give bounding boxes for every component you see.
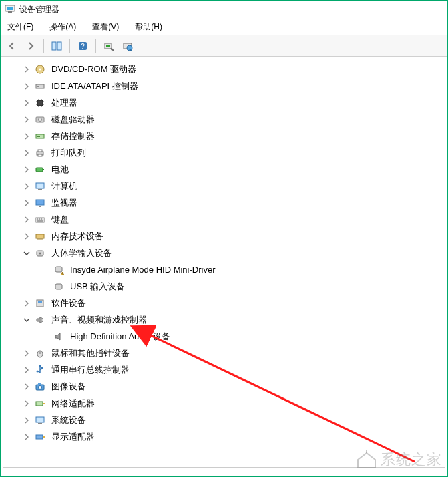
properties-button[interactable] [119, 38, 136, 54]
expand-arrow-icon[interactable] [22, 382, 31, 391]
expand-arrow-icon[interactable] [22, 416, 31, 425]
svg-text:!: ! [62, 271, 63, 275]
nav-back-button[interactable] [3, 38, 21, 54]
tree-item-disk[interactable]: 磁盘驱动器 [17, 111, 447, 128]
tree-label: 磁盘驱动器 [50, 114, 95, 126]
expand-arrow-icon[interactable] [22, 299, 31, 308]
tree-item-sound[interactable]: 声音、视频和游戏控制器 [17, 311, 447, 328]
expand-arrow-icon[interactable] [22, 82, 31, 91]
svg-rect-47 [43, 403, 45, 404]
tree-label: 鼠标和其他指针设备 [50, 347, 130, 359]
help-button[interactable]: ? [74, 38, 91, 54]
system-device-icon [34, 414, 46, 426]
svg-rect-22 [38, 154, 42, 156]
tree-item-memorytech[interactable]: 内存技术设备 [17, 228, 447, 245]
expand-arrow-icon[interactable] [22, 198, 31, 208]
menu-view[interactable]: 查看(V) [88, 19, 123, 35]
tree-item-monitor[interactable]: 监视器 [17, 194, 447, 211]
nav-forward-button[interactable] [22, 38, 39, 54]
svg-rect-8 [106, 45, 110, 47]
svg-rect-21 [38, 150, 42, 152]
svg-rect-27 [36, 200, 44, 205]
svg-rect-15 [37, 100, 43, 106]
svg-rect-37 [37, 300, 43, 307]
svg-rect-2 [8, 11, 12, 13]
svg-rect-28 [39, 206, 41, 207]
disk-drive-icon [34, 114, 46, 126]
tree-label: 存储控制器 [50, 130, 95, 142]
expand-arrow-icon[interactable] [22, 148, 31, 158]
toolbar-separator [69, 39, 70, 53]
svg-rect-45 [38, 383, 41, 385]
svg-rect-49 [38, 423, 42, 424]
tree-item-network[interactable]: 网络适配器 [17, 395, 447, 412]
expand-arrow-icon[interactable] [22, 132, 31, 141]
tree-item-printq[interactable]: 打印队列 [17, 144, 447, 161]
tree-label: 通用串行总线控制器 [50, 364, 130, 376]
svg-rect-33 [55, 267, 62, 272]
svg-text:?: ? [81, 43, 85, 50]
expand-arrow-icon[interactable] [22, 182, 31, 191]
svg-point-42 [37, 370, 39, 372]
tree-item-hid[interactable]: 人体学输入设备 [17, 245, 447, 261]
svg-point-17 [39, 118, 42, 121]
tree-item-sound-hda[interactable]: · High Definition Audio 设备 [17, 328, 447, 345]
tree-label: 网络适配器 [50, 398, 95, 410]
svg-rect-29 [35, 218, 45, 222]
battery-icon [34, 164, 46, 176]
memory-icon [34, 230, 46, 243]
scan-hardware-button[interactable] [100, 38, 118, 54]
tree-item-software[interactable]: 软件设备 [17, 295, 447, 311]
expand-arrow-icon[interactable] [22, 215, 31, 224]
expand-arrow-icon[interactable] [22, 399, 31, 408]
expand-arrow-icon[interactable] [22, 115, 31, 124]
device-manager-icon [5, 3, 15, 16]
menu-help[interactable]: 帮助(H) [131, 19, 166, 35]
tree-item-keyboard[interactable]: 键盘 [17, 211, 447, 228]
tree-item-display[interactable]: 显示适配器 [17, 428, 447, 445]
printer-icon [34, 147, 46, 159]
expand-arrow-icon[interactable] [22, 65, 31, 74]
svg-rect-30 [36, 234, 44, 238]
expand-arrow-icon[interactable] [22, 165, 31, 174]
tree-label: 电池 [50, 164, 69, 176]
expand-arrow-icon[interactable] [22, 365, 31, 375]
tree-item-hid-usb[interactable]: · USB 输入设备 [17, 278, 447, 295]
svg-rect-48 [36, 417, 44, 422]
toolbar-separator [95, 39, 96, 53]
tree-item-cpu[interactable]: 处理器 [17, 94, 447, 111]
menu-action[interactable]: 操作(A) [45, 19, 80, 35]
tree-item-dvd[interactable]: DVD/CD-ROM 驱动器 [17, 61, 447, 77]
expand-arrow-icon[interactable] [22, 349, 31, 358]
svg-point-12 [39, 68, 41, 70]
svg-rect-25 [36, 183, 44, 188]
svg-rect-3 [52, 42, 56, 50]
tree-item-imaging[interactable]: 图像设备 [17, 378, 447, 395]
tree-item-computer[interactable]: 计算机 [17, 178, 447, 194]
tree-item-ide[interactable]: IDE ATA/ATAPI 控制器 [17, 77, 447, 94]
mouse-icon [34, 347, 46, 359]
expand-arrow-icon[interactable] [22, 232, 31, 241]
tree-item-hid-airplane[interactable]: · ! Insyde Airplane Mode HID Mini-Driver [17, 261, 447, 278]
tree-item-storage[interactable]: 存储控制器 [17, 128, 447, 144]
svg-rect-50 [36, 435, 43, 439]
tree-item-system[interactable]: 系统设备 [17, 412, 447, 428]
tree-label: 人体学输入设备 [50, 247, 112, 259]
collapse-arrow-icon[interactable] [22, 315, 31, 325]
tree-label: 声音、视频和游戏控制器 [50, 314, 147, 326]
menu-file[interactable]: 文件(F) [3, 19, 37, 35]
svg-rect-38 [38, 301, 42, 303]
keyboard-icon [34, 214, 46, 226]
tree-label: Insyde Airplane Mode HID Mini-Driver [69, 265, 215, 275]
collapse-arrow-icon[interactable] [22, 249, 31, 258]
show-hide-tree-button[interactable] [48, 38, 65, 54]
svg-rect-19 [37, 136, 40, 137]
expand-arrow-icon[interactable] [22, 432, 31, 442]
hid-device-warning-icon: ! [53, 264, 65, 276]
optical-drive-icon [34, 63, 46, 75]
expand-arrow-icon[interactable] [22, 98, 31, 108]
tree-item-usb[interactable]: 通用串行总线控制器 [17, 361, 447, 378]
tree-item-mouse[interactable]: 鼠标和其他指针设备 [17, 345, 447, 361]
device-tree[interactable]: DVD/CD-ROM 驱动器 IDE ATA/ATAPI 控制器 处理器 磁盘驱… [1, 57, 447, 458]
tree-item-battery[interactable]: 电池 [17, 161, 447, 178]
